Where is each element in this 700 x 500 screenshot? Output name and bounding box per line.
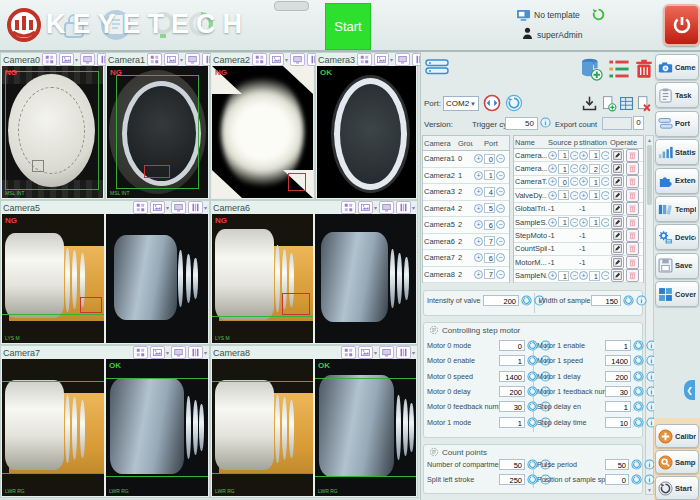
delete-row-button[interactable] bbox=[626, 229, 639, 242]
param-input[interactable]: 50 bbox=[499, 459, 525, 470]
dropdown-caret-icon[interactable]: ▾ bbox=[166, 349, 169, 356]
port-select[interactable]: COM2▼ bbox=[443, 96, 479, 111]
table-row[interactable]: Camera62+7− bbox=[423, 234, 509, 251]
display-mode-icon[interactable] bbox=[171, 201, 186, 214]
increment-button[interactable]: + bbox=[474, 154, 483, 163]
sidebar-item-camera[interactable]: Camera bbox=[655, 54, 699, 80]
camera7-subview-2[interactable]: OK LWR RG bbox=[106, 359, 208, 496]
decrement-button[interactable]: − bbox=[496, 237, 505, 246]
destination-value[interactable]: 2 bbox=[589, 164, 600, 174]
decrement-button[interactable]: − bbox=[496, 154, 505, 163]
delete-row-button[interactable] bbox=[626, 269, 639, 282]
image-source-icon[interactable] bbox=[374, 53, 389, 66]
scroll-down-arrow[interactable]: ▼ bbox=[646, 487, 653, 493]
table-row[interactable]: Camera52+6− bbox=[423, 217, 509, 234]
destination-value[interactable]: 1 bbox=[589, 177, 600, 187]
table-row[interactable]: ValveDy...+1−+1− bbox=[514, 189, 643, 202]
delete-row-button[interactable] bbox=[626, 162, 639, 175]
destination-value[interactable]: 1 bbox=[589, 150, 600, 160]
source-value[interactable]: 0 bbox=[558, 177, 569, 187]
camera8-subview-1[interactable]: LWR RG bbox=[212, 359, 313, 496]
decrement-button[interactable]: − bbox=[496, 187, 505, 196]
decrement-button[interactable]: − bbox=[570, 191, 578, 200]
collapse-panel-tab[interactable]: ❮ bbox=[684, 380, 695, 400]
power-button[interactable] bbox=[663, 4, 700, 46]
image-source-icon[interactable] bbox=[59, 53, 74, 66]
view-grid-icon[interactable] bbox=[133, 346, 148, 359]
decrement-button[interactable]: − bbox=[601, 191, 609, 200]
camera3-view[interactable]: OK bbox=[317, 66, 416, 198]
decrement-button[interactable]: − bbox=[601, 164, 609, 173]
camera2-view[interactable]: NG bbox=[212, 66, 313, 198]
increment-button[interactable]: + bbox=[548, 151, 557, 160]
database-add-icon[interactable] bbox=[579, 56, 603, 82]
connect-icon[interactable] bbox=[483, 94, 501, 112]
decrement-button[interactable]: − bbox=[496, 204, 505, 213]
sidebar-item-cover[interactable]: Cover bbox=[655, 281, 699, 307]
param-set-icon[interactable] bbox=[623, 295, 634, 306]
scroll-up-arrow[interactable]: ▲ bbox=[646, 137, 653, 143]
source-value[interactable]: 1 bbox=[558, 164, 569, 174]
port-value[interactable]: 7 bbox=[484, 269, 495, 279]
param-input[interactable]: 1400 bbox=[499, 371, 525, 382]
image-source-icon[interactable] bbox=[358, 201, 373, 214]
trigger-cycle-input[interactable]: 50 bbox=[505, 117, 538, 130]
display-mode-icon[interactable] bbox=[395, 53, 410, 66]
delete-icon[interactable] bbox=[633, 56, 655, 82]
camera0-view[interactable]: NG MSL INT bbox=[2, 66, 103, 198]
increment-button[interactable]: + bbox=[474, 204, 483, 213]
table-row[interactable]: CountSplit-1-1 bbox=[514, 243, 643, 256]
sidebar-item-save[interactable]: Save bbox=[655, 253, 699, 279]
param-input[interactable]: 0 bbox=[499, 340, 525, 351]
image-source-icon[interactable] bbox=[150, 201, 165, 214]
table-row[interactable]: SampleS...+1−+1− bbox=[514, 216, 643, 229]
decrement-button[interactable]: − bbox=[570, 218, 578, 227]
param-set-icon[interactable] bbox=[521, 295, 532, 306]
edit-button[interactable] bbox=[611, 229, 624, 242]
decrement-button[interactable]: − bbox=[601, 177, 609, 186]
increment-button[interactable]: + bbox=[474, 237, 483, 246]
destination-value[interactable]: 1 bbox=[589, 271, 600, 281]
param-input[interactable]: 1400 bbox=[605, 355, 631, 366]
dropdown-caret-icon[interactable]: ▾ bbox=[374, 204, 377, 211]
edit-button[interactable] bbox=[611, 175, 624, 188]
edit-button[interactable] bbox=[611, 242, 624, 255]
view-grid-icon[interactable] bbox=[341, 346, 356, 359]
decrement-button[interactable]: − bbox=[496, 171, 505, 180]
delete-row-button[interactable] bbox=[626, 202, 639, 215]
delete-row-button[interactable] bbox=[626, 149, 639, 162]
param-input[interactable]: 30 bbox=[499, 401, 525, 412]
adjust-tools-icon[interactable] bbox=[396, 346, 411, 359]
table-row[interactable]: Camera...+1−+1− bbox=[514, 149, 643, 162]
delete-row-button[interactable] bbox=[626, 175, 639, 188]
dropdown-caret-icon[interactable]: ▾ bbox=[390, 56, 393, 63]
export-zero-button[interactable]: 0 bbox=[633, 116, 644, 130]
param-input[interactable]: 1 bbox=[605, 340, 631, 351]
display-mode-icon[interactable] bbox=[80, 53, 95, 66]
view-grid-icon[interactable] bbox=[252, 53, 267, 66]
panel-scrollbar[interactable]: ▲ ▼ bbox=[645, 135, 654, 495]
port-value[interactable]: 6 bbox=[484, 220, 495, 230]
sidebar-item-extend[interactable]: Extend bbox=[655, 168, 699, 194]
param-input[interactable]: 200 bbox=[605, 371, 631, 382]
destination-value[interactable]: 1 bbox=[589, 217, 600, 227]
export-count-input[interactable] bbox=[602, 117, 632, 130]
increment-button[interactable]: + bbox=[474, 253, 483, 262]
decrement-button[interactable]: − bbox=[496, 220, 505, 229]
display-mode-icon[interactable] bbox=[290, 53, 305, 66]
action-button-start[interactable]: Start bbox=[655, 476, 699, 500]
table-row[interactable]: Camera82+7− bbox=[423, 267, 509, 284]
display-mode-icon[interactable] bbox=[379, 346, 394, 359]
view-grid-icon[interactable] bbox=[341, 201, 356, 214]
table-row[interactable]: Camera21+1− bbox=[423, 168, 509, 185]
param-input[interactable]: 200 bbox=[499, 386, 525, 397]
dropdown-caret-icon[interactable]: ▾ bbox=[204, 204, 207, 211]
decrement-button[interactable]: − bbox=[570, 164, 578, 173]
increment-button[interactable]: + bbox=[548, 164, 557, 173]
param-set-icon[interactable] bbox=[631, 459, 642, 470]
camera8-subview-2[interactable]: OK LWR RG bbox=[315, 359, 416, 496]
delete-row-button[interactable] bbox=[626, 256, 639, 269]
dropdown-caret-icon[interactable]: ▾ bbox=[180, 56, 183, 63]
source-value[interactable]: 1 bbox=[558, 217, 569, 227]
view-grid-icon[interactable] bbox=[42, 53, 57, 66]
